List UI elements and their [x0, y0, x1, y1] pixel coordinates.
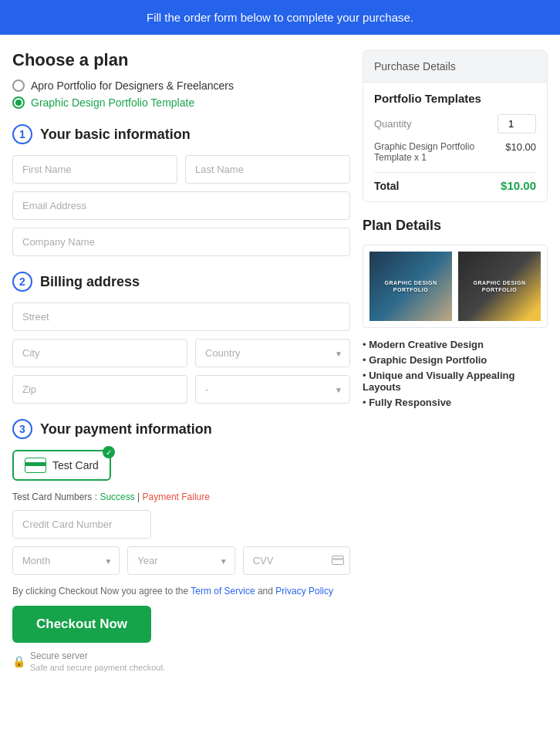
year-wrapper: Year 2024 2025 2026 [127, 546, 234, 575]
country-select[interactable]: Country [195, 339, 350, 367]
terms-of-service-link[interactable]: Term of Service [191, 586, 255, 596]
svg-rect-1 [332, 558, 344, 560]
card-option[interactable]: Test Card ✓ [12, 450, 111, 481]
right-panel: Purchase Details Portfolio Templates Qua… [363, 50, 548, 725]
item-name: Graphic Design Portfolio Template x 1 [374, 141, 482, 163]
month-select[interactable]: Month 01 02 03 04 05 06 07 08 09 10 11 1… [12, 546, 120, 575]
portfolio-image-1: GRAPHIC DESIGN PORTFOLIO [369, 252, 452, 321]
plan-option-1-label: Apro Portfolio for Designers & Freelance… [31, 79, 234, 92]
secure-sub-label: Safe and secure payment checkout. [30, 663, 166, 672]
total-label: Total [374, 180, 399, 192]
portfolio-image-1-label: GRAPHIC DESIGN PORTFOLIO [369, 279, 452, 293]
section1-number: 1 [12, 124, 32, 144]
secure-label: Secure server [30, 650, 166, 661]
terms-conjunction: and [255, 586, 276, 596]
city-input[interactable] [12, 339, 187, 367]
card-icon-stripe [25, 462, 46, 466]
plan-option-2[interactable]: Graphic Design Portfolio Template [12, 96, 350, 109]
portfolio-image-2: GRAPHIC DESIGN PORTFOLIO [458, 252, 541, 321]
test-card-failure-link[interactable]: Payment Failure [143, 492, 210, 502]
dash-wrapper: - [195, 375, 350, 404]
street-input[interactable] [12, 302, 350, 331]
card-number-row [12, 510, 350, 539]
test-card-sep: | [135, 492, 143, 502]
feature-3-text: Unique and Visually Appealing Layouts [363, 370, 514, 393]
feature-4: Fully Responsive [363, 397, 548, 408]
purchase-details-header: Purchase Details [363, 51, 547, 83]
first-name-input[interactable] [12, 155, 177, 184]
name-row [12, 155, 350, 184]
test-card-info: Test Card Numbers : Success | Payment Fa… [12, 492, 350, 502]
purchase-details-box: Purchase Details Portfolio Templates Qua… [363, 50, 548, 202]
zip-row: - [12, 375, 350, 404]
feature-2: Graphic Design Portfolio [363, 354, 548, 366]
dash-select[interactable]: - [195, 375, 350, 404]
last-name-input[interactable] [185, 155, 350, 184]
top-banner: Fill the order form below to complete yo… [0, 0, 560, 35]
radio-inner-2 [15, 100, 22, 106]
feature-4-text: Fully Responsive [369, 397, 451, 408]
main-content: Choose a plan Apro Portfolio for Designe… [0, 35, 560, 740]
zip-input[interactable] [12, 375, 187, 404]
test-card-prefix: Test Card Numbers : [12, 492, 100, 502]
quantity-row: Quantity [374, 114, 536, 133]
feature-1-text: Modern Creative Design [369, 339, 484, 350]
quantity-label: Quantity [374, 118, 411, 130]
card-icon [25, 458, 46, 473]
feature-2-text: Graphic Design Portfolio [369, 354, 487, 366]
section3-title: Your payment information [40, 421, 212, 438]
country-wrapper: Country [195, 339, 350, 367]
plan-option-2-label: Graphic Design Portfolio Template [31, 96, 194, 109]
test-card-success-link[interactable]: Success [100, 492, 134, 502]
email-input[interactable] [12, 191, 350, 220]
item-row: Graphic Design Portfolio Template x 1 $1… [374, 141, 536, 163]
card-number-input[interactable] [12, 510, 151, 539]
radio-1 [12, 79, 25, 92]
terms-prefix: By clicking Checkout Now you agree to th… [12, 586, 191, 596]
section2-header: 2 Billing address [12, 272, 350, 292]
item-price: $10.00 [505, 141, 536, 153]
section3-header: 3 Your payment information [12, 419, 350, 439]
section2-title: Billing address [40, 274, 140, 290]
card-option-label: Test Card [52, 459, 99, 471]
checkout-button[interactable]: Checkout Now [12, 606, 151, 643]
privacy-policy-link[interactable]: Privacy Policy [275, 586, 333, 596]
section3-number: 3 [12, 419, 32, 439]
page-wrapper: Fill the order form below to complete yo… [0, 0, 560, 740]
card-check-icon: ✓ [103, 446, 115, 458]
total-row: Total $10.00 [374, 179, 536, 192]
city-country-row: Country [12, 339, 350, 367]
section1-title: Your basic information [40, 127, 191, 143]
purchase-details-body: Portfolio Templates Quantity Graphic Des… [363, 83, 547, 201]
plan-option-1[interactable]: Apro Portfolio for Designers & Freelance… [12, 79, 350, 92]
portfolio-images: GRAPHIC DESIGN PORTFOLIO GRAPHIC DESIGN … [363, 245, 548, 328]
email-row [12, 191, 350, 220]
left-panel: Choose a plan Apro Portfolio for Designe… [12, 50, 350, 725]
purchase-section-title: Portfolio Templates [374, 92, 536, 105]
feature-3: Unique and Visually Appealing Layouts [363, 370, 548, 393]
portfolio-image-2-label: GRAPHIC DESIGN PORTFOLIO [458, 279, 541, 293]
expiry-cvv-row: Month 01 02 03 04 05 06 07 08 09 10 11 1… [12, 546, 350, 575]
cvv-wrapper [243, 546, 350, 575]
feature-list: Modern Creative Design Graphic Design Po… [363, 339, 548, 408]
year-select[interactable]: Year 2024 2025 2026 [127, 546, 234, 575]
company-row [12, 228, 350, 256]
lock-icon: 🔒 [12, 655, 25, 667]
cvv-card-icon [332, 554, 344, 568]
plan-details-title: Plan Details [363, 218, 548, 234]
divider [374, 172, 536, 173]
banner-text: Fill the order form below to complete yo… [147, 11, 413, 24]
choose-plan-title: Choose a plan [12, 50, 350, 70]
total-price: $10.00 [501, 179, 536, 192]
secure-note: 🔒 Secure server Safe and secure payment … [12, 650, 350, 672]
terms-text: By clicking Checkout Now you agree to th… [12, 586, 350, 596]
radio-2 [12, 96, 25, 109]
secure-text-wrapper: Secure server Safe and secure payment ch… [30, 650, 166, 672]
feature-1: Modern Creative Design [363, 339, 548, 350]
company-input[interactable] [12, 228, 350, 256]
section1-header: 1 Your basic information [12, 124, 350, 144]
section2-number: 2 [12, 272, 32, 292]
street-row [12, 302, 350, 331]
month-wrapper: Month 01 02 03 04 05 06 07 08 09 10 11 1… [12, 546, 120, 575]
quantity-input[interactable] [498, 114, 536, 133]
